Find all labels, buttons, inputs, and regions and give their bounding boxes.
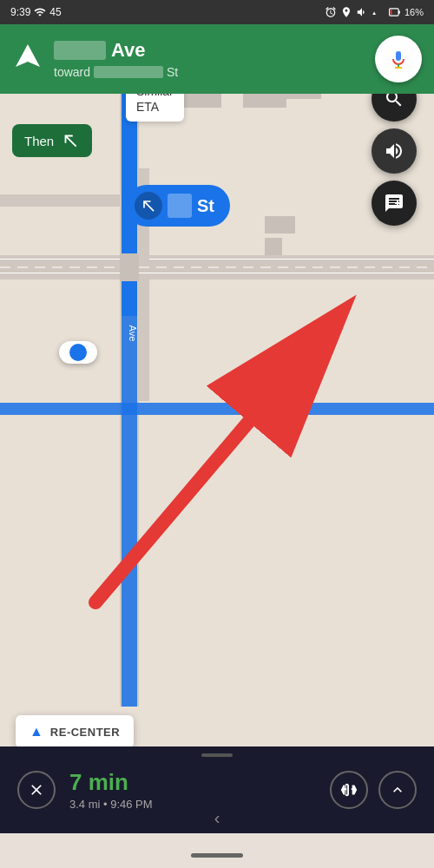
nav-header: Ave toward St — [0, 24, 434, 94]
left-turn-icon — [61, 131, 80, 150]
bottom-handle — [201, 753, 233, 757]
signal-icon — [34, 6, 46, 18]
svg-rect-21 — [265, 216, 295, 233]
expand-icon — [389, 781, 406, 799]
turn-left-icon — [140, 197, 157, 214]
similar-eta-line2: ETA — [136, 99, 174, 115]
volume-icon — [356, 6, 368, 18]
svg-rect-28 — [120, 253, 139, 281]
turn-pill-street-suffix: St — [197, 196, 214, 216]
google-mic-button[interactable] — [375, 36, 422, 82]
eta-details: 3.4 mi • 9:46 PM — [69, 798, 316, 811]
signal-strength: 45 — [49, 6, 61, 18]
add-comment-button[interactable] — [372, 181, 417, 226]
status-bar: 9:39 45 ▲ 16% — [0, 0, 434, 24]
svg-rect-3 — [398, 10, 400, 14]
wifi-icon: ▲ — [372, 6, 385, 18]
route-options-button[interactable] — [330, 771, 368, 809]
svg-rect-19 — [0, 403, 434, 415]
location-icon — [340, 6, 352, 18]
sound-button[interactable] — [372, 128, 417, 174]
nav-street-name: Ave — [54, 39, 178, 62]
battery-icon — [389, 6, 401, 18]
home-indicator — [191, 853, 243, 858]
svg-rect-27 — [137, 279, 149, 401]
nav-text: Ave toward St — [54, 39, 178, 79]
alarm-icon — [325, 6, 337, 18]
close-button[interactable] — [17, 771, 56, 809]
nav-toward: toward St — [54, 65, 178, 79]
eta-distance: 3.4 mi — [69, 798, 100, 811]
svg-rect-6 — [396, 51, 401, 61]
eta-time: 7 min — [69, 769, 316, 796]
location-inner — [67, 341, 89, 364]
street-suffix: Ave — [111, 39, 146, 62]
expand-button[interactable] — [378, 771, 417, 809]
turn-pill-street-blur — [168, 194, 192, 218]
svg-text:▲: ▲ — [372, 10, 377, 16]
svg-marker-4 — [16, 44, 40, 67]
svg-rect-2 — [391, 10, 392, 15]
svg-rect-22 — [265, 238, 282, 255]
nav-header-left: Ave toward St — [12, 39, 375, 79]
turn-arrow-circle — [135, 192, 162, 220]
back-button[interactable]: ‹ — [214, 808, 220, 828]
then-label: Then — [24, 134, 54, 148]
sound-icon — [384, 141, 404, 161]
eta-arrival: 9:46 PM — [110, 798, 152, 811]
recenter-button[interactable]: ▲ RE-CENTER — [16, 715, 134, 748]
route-options-icon — [339, 780, 358, 799]
eta-info: 7 min 3.4 mi • 9:46 PM — [56, 769, 330, 811]
add-comment-icon — [384, 193, 404, 214]
recenter-icon: ▲ — [30, 724, 43, 740]
svg-rect-16 — [0, 273, 434, 273]
time: 9:39 — [10, 6, 30, 18]
close-icon — [28, 781, 45, 799]
battery-percent: 16% — [404, 7, 424, 17]
recenter-label: RE-CENTER — [50, 726, 120, 739]
svg-rect-25 — [0, 194, 122, 207]
toward-blur — [94, 66, 163, 78]
turn-instruction-pill: St — [126, 185, 230, 227]
status-left: 9:39 45 — [10, 6, 62, 18]
nav-up-arrow-icon — [12, 43, 43, 74]
mic-icon — [386, 47, 411, 71]
status-right: ▲ 16% — [325, 6, 424, 18]
location-outer — [59, 341, 97, 364]
svg-rect-9 — [0, 82, 434, 707]
svg-rect-15 — [0, 259, 434, 260]
street-name-blur — [54, 41, 106, 60]
location-dot — [59, 341, 97, 364]
then-turn-panel: Then — [12, 124, 92, 157]
svg-text:Ave: Ave — [128, 326, 138, 342]
